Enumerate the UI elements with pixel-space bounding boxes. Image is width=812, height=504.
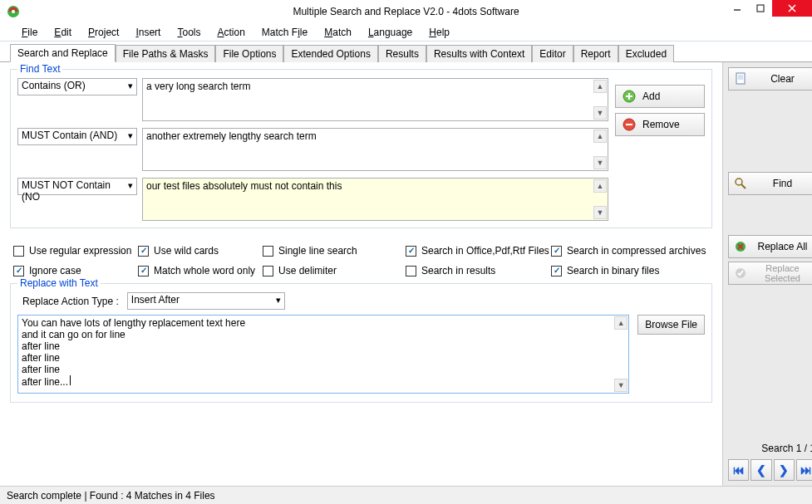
close-button[interactable] xyxy=(772,0,812,17)
tab-excluded[interactable]: Excluded xyxy=(618,45,674,62)
tab-editor[interactable]: Editor xyxy=(532,45,573,62)
scroll-down-icon[interactable]: ▼ xyxy=(593,156,607,169)
chk-whole-word[interactable]: ✓Match whole word only xyxy=(138,263,263,278)
menu-file[interactable]: Filedocument.currentScript.previousEleme… xyxy=(15,25,44,40)
browse-file-button[interactable]: Browse File xyxy=(637,315,705,335)
replace-selected-button[interactable]: Replace Selected xyxy=(728,262,812,285)
tab-results-context[interactable]: Results with Context xyxy=(426,45,532,62)
tab-search-replace[interactable]: Search and Replace xyxy=(10,44,116,62)
left-pane: Find Text Contains (OR) a very long sear… xyxy=(0,62,722,486)
scroll-down-icon[interactable]: ▼ xyxy=(614,379,627,392)
chk-delimiter[interactable]: Use delimiter xyxy=(263,263,406,278)
chk-wildcards[interactable]: ✓Use wild cards xyxy=(138,243,263,258)
tab-results[interactable]: Results xyxy=(378,45,426,62)
find-text-group: Find Text Contains (OR) a very long sear… xyxy=(10,69,712,228)
tab-report[interactable]: Report xyxy=(573,45,618,62)
add-icon xyxy=(623,90,636,103)
nav-first-button[interactable]: ⏮ xyxy=(728,459,749,481)
window-title: Multiple Search and Replace V2.0 - 4dots… xyxy=(0,6,812,17)
menu-insert[interactable]: Insert xyxy=(129,25,167,40)
options-row: Use regular expression ✓Ignore case ✓Use… xyxy=(13,243,709,278)
page-icon xyxy=(734,72,747,86)
find-mode-2[interactable]: MUST NOT Contain (NO xyxy=(17,178,137,195)
replace-action-combo[interactable]: Insert After xyxy=(127,292,285,310)
menu-edit[interactable]: Edit xyxy=(47,25,78,40)
chk-in-results[interactable]: Search in results xyxy=(406,263,551,278)
chk-binary[interactable]: ✓Search in binary files xyxy=(551,263,709,278)
find-text-legend: Find Text xyxy=(17,63,62,75)
remove-button[interactable]: Remove xyxy=(615,113,705,136)
remove-icon xyxy=(623,118,636,131)
find-text-0[interactable]: a very long search term ▲ ▼ xyxy=(142,78,608,121)
menu-tools[interactable]: Tools xyxy=(170,25,207,40)
tab-file-options[interactable]: File Options xyxy=(215,45,283,62)
menu-bar: Filedocument.currentScript.previousEleme… xyxy=(0,23,812,42)
status-bar: Search complete | Found : 4 Matches in 4… xyxy=(0,486,812,504)
chk-single-line[interactable]: Single line search xyxy=(263,243,406,258)
chk-ignore-case[interactable]: ✓Ignore case xyxy=(13,263,138,278)
nav-buttons: ⏮ ❮ ❯ ⏭ xyxy=(728,459,812,481)
replace-legend: Replace with Text xyxy=(17,277,101,289)
title-bar: Multiple Search and Replace V2.0 - 4dots… xyxy=(0,0,812,23)
replace-group: Replace with Text Replace Action Type : … xyxy=(10,283,712,403)
scroll-up-icon[interactable]: ▲ xyxy=(593,80,607,93)
app-icon xyxy=(7,5,20,18)
menu-help[interactable]: Help xyxy=(422,25,456,40)
menu-project[interactable]: Project xyxy=(81,25,125,40)
search-icon xyxy=(734,177,747,190)
right-pane: Clear Find Replace All Replace Selected … xyxy=(722,62,812,486)
replace-all-icon xyxy=(734,240,747,253)
chk-office[interactable]: ✓Search in Office,Pdf,Rtf Files xyxy=(406,243,551,258)
nav-next-button[interactable]: ❯ xyxy=(774,459,795,481)
menu-match[interactable]: Match xyxy=(317,25,358,40)
replace-textarea[interactable]: You can have lots of lengthy replacement… xyxy=(17,315,629,394)
menu-match-file[interactable]: Match File xyxy=(255,25,314,40)
nav-last-button[interactable]: ⏭ xyxy=(796,459,812,481)
find-mode-0[interactable]: Contains (OR) xyxy=(17,78,137,95)
scroll-up-icon[interactable]: ▲ xyxy=(593,130,607,143)
svg-point-1 xyxy=(12,10,15,13)
svg-line-16 xyxy=(741,184,746,188)
search-count: Search 1 / 1 xyxy=(728,443,812,454)
status-text: Search complete | Found : 4 Matches in 4… xyxy=(7,490,215,502)
check-icon xyxy=(734,267,747,280)
svg-point-15 xyxy=(736,179,742,185)
maximize-button[interactable] xyxy=(749,0,772,17)
tab-file-paths[interactable]: File Paths & Masks xyxy=(116,45,216,62)
minimize-button[interactable] xyxy=(726,0,749,17)
chk-regex[interactable]: Use regular expression xyxy=(13,243,138,258)
scroll-down-icon[interactable]: ▼ xyxy=(593,106,607,120)
scroll-up-icon[interactable]: ▲ xyxy=(614,316,627,330)
add-button[interactable]: Add xyxy=(615,85,705,108)
replace-action-label: Replace Action Type : xyxy=(22,296,119,307)
nav-prev-button[interactable]: ❮ xyxy=(750,459,771,481)
find-text-2[interactable]: our test files absolutely must not conta… xyxy=(142,178,608,221)
chk-compressed[interactable]: ✓Search in compressed archives xyxy=(551,243,709,258)
find-mode-1[interactable]: MUST Contain (AND) xyxy=(17,128,137,145)
menu-language[interactable]: Language xyxy=(362,25,419,40)
scroll-up-icon[interactable]: ▲ xyxy=(593,179,607,193)
scroll-down-icon[interactable]: ▼ xyxy=(593,206,607,219)
find-text-1[interactable]: another extremely lengthy search term ▲ … xyxy=(142,128,608,171)
tab-strip: Search and Replace File Paths & Masks Fi… xyxy=(0,43,812,62)
svg-rect-3 xyxy=(757,5,764,12)
clear-button[interactable]: Clear xyxy=(728,67,812,91)
tab-extended[interactable]: Extended Options xyxy=(283,45,377,62)
menu-action[interactable]: Action xyxy=(210,25,251,40)
find-button[interactable]: Find xyxy=(728,172,812,195)
replace-all-button[interactable]: Replace All xyxy=(728,235,812,258)
